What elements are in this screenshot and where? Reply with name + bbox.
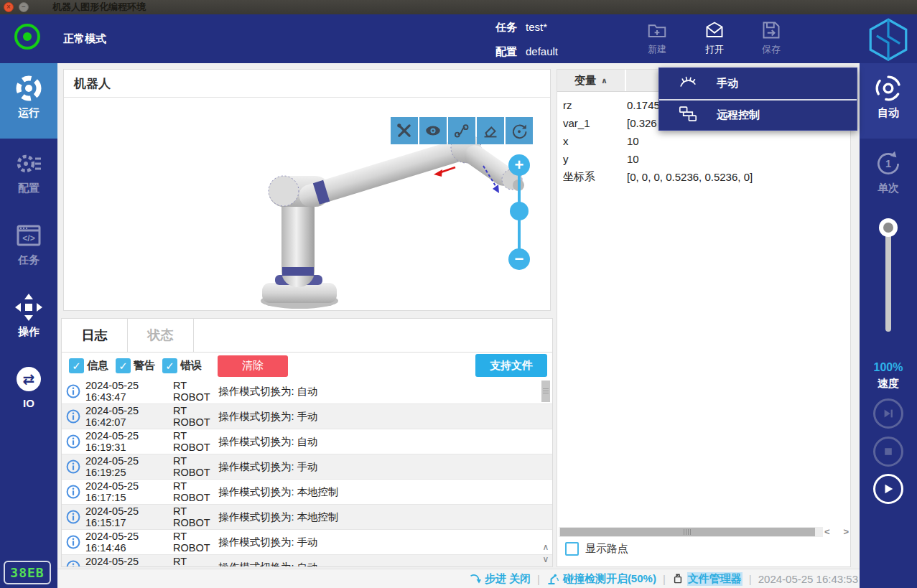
- info-icon: [66, 560, 80, 566]
- info-checkbox-label: 信息: [87, 359, 108, 373]
- mode-status-text: 正常模式: [63, 32, 106, 46]
- log-list[interactable]: 2024-05-25 16:43:47 RT ROBOT 操作模式切换为: 自动…: [62, 379, 552, 566]
- variable-value: [0.326: [627, 117, 657, 129]
- scroll-right-icon[interactable]: >: [843, 527, 849, 537]
- auto-mode-icon: [874, 74, 903, 103]
- log-row[interactable]: 2024-05-25 16:19:25 RT ROBOT 操作模式切换为: 手动: [62, 454, 552, 480]
- variable-row[interactable]: 坐标系 [0, 0, 0, 0.5236, 0.5236, 0]: [557, 168, 850, 186]
- step-mode-status[interactable]: 步进 关闭: [469, 572, 531, 586]
- scroll-down-icon[interactable]: ∨: [540, 554, 551, 566]
- sidebar-item-label: 操作: [0, 325, 57, 339]
- warning-checkbox-label: 警告: [134, 359, 155, 373]
- warning-checkbox[interactable]: ✓: [116, 358, 131, 373]
- sidebar-item-label: 任务: [0, 253, 57, 267]
- new-file-icon: [636, 19, 679, 41]
- log-time: 2024-05-25 16:14:26: [85, 556, 173, 566]
- tools-button[interactable]: [391, 117, 418, 144]
- log-message: 操作模式切换为: 手动: [218, 460, 318, 474]
- show-waypoints-checkbox[interactable]: [565, 542, 579, 556]
- scroll-up-icon[interactable]: ∧: [540, 541, 551, 554]
- variable-row[interactable]: x 10: [557, 132, 850, 150]
- variable-name: y: [557, 153, 627, 165]
- close-icon[interactable]: ×: [4, 2, 14, 12]
- show-waypoints-option[interactable]: 显示路点: [565, 542, 628, 556]
- menu-item-label: 远程控制: [717, 108, 760, 122]
- info-checkbox[interactable]: ✓: [69, 358, 84, 373]
- info-icon: [66, 409, 80, 424]
- play-button[interactable]: [873, 474, 903, 504]
- erase-button[interactable]: [477, 117, 504, 144]
- zoom-slider-thumb[interactable]: [510, 202, 529, 220]
- brand-logo-icon: [868, 17, 908, 59]
- scroll-left-icon[interactable]: <: [824, 527, 830, 537]
- sidebar-item-auto[interactable]: 自动: [860, 63, 917, 139]
- hscrollbar-thumb[interactable]: [560, 528, 815, 536]
- titlebar: × − 机器人图形化编程环境: [0, 0, 917, 14]
- menu-item-remote[interactable]: 远程控制: [659, 99, 857, 130]
- sidebar-item-run[interactable]: 运行: [0, 63, 57, 139]
- sidebar-item-config[interactable]: 配置: [0, 139, 57, 210]
- file-manager-text: 文件管理器: [687, 572, 743, 586]
- zoom-in-button[interactable]: +: [508, 154, 530, 176]
- menu-item-manual[interactable]: 手动: [659, 68, 857, 99]
- open-button[interactable]: 打开: [693, 19, 736, 56]
- log-row[interactable]: 2024-05-25 16:43:47 RT ROBOT 操作模式切换为: 自动: [62, 379, 552, 404]
- log-row[interactable]: 2024-05-25 16:17:15 RT ROBOT 操作模式切换为: 本地…: [62, 480, 552, 505]
- config-line: 配置default: [495, 45, 558, 59]
- open-button-label: 打开: [693, 43, 736, 56]
- sidebar-item-task[interactable]: </> 任务: [0, 210, 57, 282]
- file-manager-button[interactable]: 文件管理器: [672, 572, 743, 586]
- log-row[interactable]: 2024-05-25 16:14:26 RT ROBOT 操作模式切换为: 自动: [62, 555, 552, 566]
- tab-status[interactable]: 状态: [128, 319, 194, 352]
- rotate-view-button[interactable]: [506, 117, 533, 144]
- run-icon: [14, 74, 43, 103]
- sidebar-item-label: 配置: [0, 182, 57, 195]
- sidebar-item-single[interactable]: 1 单次: [860, 139, 917, 210]
- log-message: 操作模式切换为: 自动: [218, 385, 318, 398]
- variables-tab-label: 变量: [574, 74, 596, 88]
- log-row[interactable]: 2024-05-25 16:42:07 RT ROBOT 操作模式切换为: 手动: [62, 404, 552, 429]
- variables-hscrollbar[interactable]: [559, 527, 823, 537]
- log-source: RT ROBOT: [173, 531, 218, 554]
- error-checkbox[interactable]: ✓: [162, 358, 177, 373]
- new-button[interactable]: 新建: [636, 19, 679, 56]
- log-message: 操作模式切换为: 本地控制: [218, 510, 339, 524]
- path-button[interactable]: [448, 117, 475, 144]
- svg-text:</>: </>: [22, 233, 34, 243]
- clock-text: 2024-05-25 16:43:53: [758, 573, 858, 585]
- speed-slider-track[interactable]: [885, 224, 891, 332]
- info-icon: [66, 434, 80, 449]
- tab-variables[interactable]: 变量 ∧: [557, 70, 626, 91]
- separator: |: [663, 573, 666, 585]
- sidebar-item-io[interactable]: ⇄ IO: [0, 354, 57, 426]
- robot-3d-view[interactable]: + −: [64, 98, 550, 310]
- tab-log[interactable]: 日志: [62, 319, 128, 352]
- log-scrollbar-thumb[interactable]: [541, 381, 550, 402]
- log-time: 2024-05-25 16:43:47: [85, 380, 173, 403]
- eraser-icon: [481, 121, 500, 140]
- support-file-button[interactable]: 支持文件: [475, 354, 547, 377]
- log-row[interactable]: 2024-05-25 16:15:17 RT ROBOT 操作模式切换为: 本地…: [62, 505, 552, 530]
- sidebar-item-operate[interactable]: 操作: [0, 282, 57, 354]
- zoom-out-button[interactable]: −: [508, 248, 530, 270]
- mode-status-indicator: [14, 24, 40, 50]
- svg-text:1: 1: [885, 158, 891, 169]
- save-button[interactable]: 保存: [750, 19, 793, 56]
- collision-icon: [546, 573, 559, 585]
- log-row[interactable]: 2024-05-25 16:14:46 RT ROBOT 操作模式切换为: 手动: [62, 530, 552, 555]
- log-row[interactable]: 2024-05-25 16:19:31 RT ROBOT 操作模式切换为: 自动: [62, 429, 552, 454]
- minimize-icon[interactable]: −: [19, 2, 29, 12]
- hscroll-arrows: < >: [824, 527, 849, 537]
- clear-logs-button[interactable]: 清除: [218, 355, 288, 377]
- step-over-button[interactable]: [873, 398, 903, 429]
- log-source: RT ROBOT: [173, 430, 218, 453]
- stop-button[interactable]: [873, 437, 903, 467]
- speed-slider-thumb[interactable]: [879, 218, 898, 237]
- variable-row[interactable]: y 10: [557, 150, 850, 168]
- visibility-button[interactable]: [419, 117, 447, 144]
- wrench-tools-icon: [395, 121, 414, 140]
- info-icon: [66, 485, 80, 499]
- log-time: 2024-05-25 16:15:17: [85, 505, 173, 528]
- collision-detect-status[interactable]: 碰撞检测开启(50%): [546, 572, 656, 586]
- variable-name: var_1: [557, 117, 627, 129]
